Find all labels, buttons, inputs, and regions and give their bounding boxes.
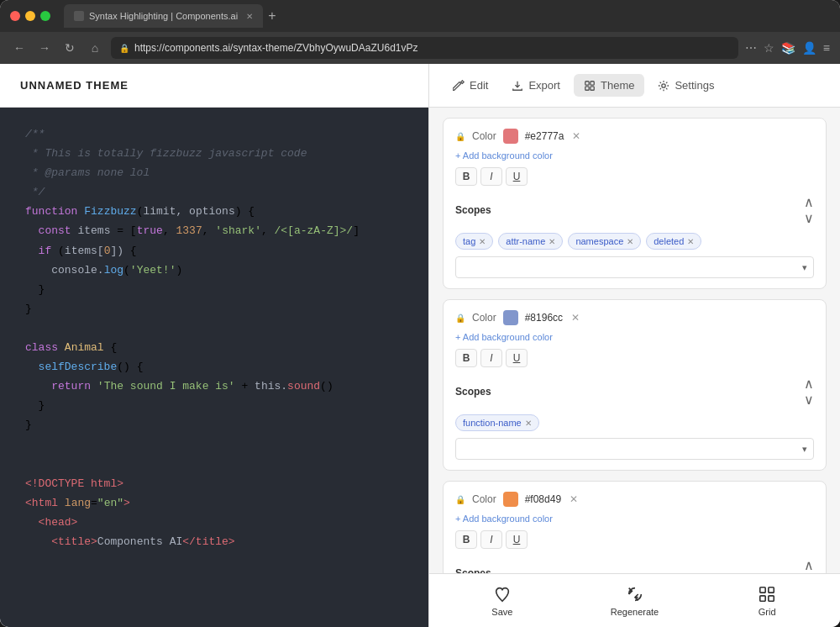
browser-toolbar-icons: ⋯ ☆ 📚 👤 ≡: [745, 41, 830, 55]
refresh-button[interactable]: ↻: [60, 41, 79, 55]
forward-button[interactable]: →: [35, 41, 54, 55]
svg-rect-8: [769, 595, 774, 600]
color-lock-icon-3: 🔒: [455, 495, 465, 504]
color-row-2: 🔒 Color #8196cc ✕: [455, 310, 814, 325]
edit-button[interactable]: Edit: [443, 74, 498, 97]
maximize-button[interactable]: [40, 11, 50, 21]
color-remove-1[interactable]: ✕: [572, 130, 580, 142]
scope-tag-remove[interactable]: ✕: [479, 237, 486, 246]
profile-icon[interactable]: 👤: [802, 41, 816, 55]
underline-button-2[interactable]: U: [506, 349, 528, 367]
svg-rect-2: [585, 86, 589, 89]
expand-icon-2[interactable]: ∧∨: [804, 376, 814, 408]
add-bg-color-3[interactable]: + Add background color: [455, 514, 814, 524]
color-row-3: 🔒 Color #f08d49 ✕: [455, 492, 814, 507]
italic-button-1[interactable]: I: [480, 167, 502, 186]
back-button[interactable]: ←: [10, 41, 29, 55]
color-swatch-3[interactable]: [503, 492, 518, 507]
color-remove-3[interactable]: ✕: [570, 493, 578, 505]
bottom-bar: Save Regenerate: [429, 573, 840, 627]
theme-label: Theme: [601, 79, 634, 92]
menu-icon[interactable]: ≡: [823, 41, 830, 55]
add-bg-color-1[interactable]: + Add background color: [455, 150, 814, 161]
add-bg-color-2[interactable]: + Add background color: [455, 332, 814, 342]
scope-attr-name-remove[interactable]: ✕: [549, 237, 555, 246]
scope-tag-tag: tag ✕: [455, 233, 493, 250]
scope-deleted-remove[interactable]: ✕: [687, 237, 694, 246]
scope-dropdown-wrap-2[interactable]: [455, 438, 814, 460]
scopes-header-2: Scopes ∧∨: [455, 376, 814, 408]
color-hex-3: #f08d49: [525, 493, 561, 505]
color-lock-icon-2: 🔒: [455, 314, 465, 323]
lock-icon: 🔒: [119, 44, 129, 53]
svg-rect-7: [760, 595, 765, 600]
edit-label: Edit: [470, 79, 488, 92]
close-button[interactable]: [10, 11, 20, 21]
italic-button-2[interactable]: I: [480, 349, 502, 367]
scopes-label-1: Scopes: [455, 204, 491, 216]
save-button[interactable]: Save: [436, 578, 569, 624]
color-label-2: Color: [472, 312, 496, 324]
underline-button-3[interactable]: U: [506, 530, 528, 549]
tab-close-button[interactable]: ✕: [246, 12, 253, 21]
extensions-icon[interactable]: ⋯: [745, 41, 757, 55]
format-row-3: B I U: [455, 530, 814, 549]
settings-button[interactable]: Settings: [648, 74, 724, 97]
scope-dropdown-1[interactable]: [455, 256, 814, 278]
save-label: Save: [491, 607, 512, 617]
browser-window: Syntax Highlighting | Components.ai ✕ + …: [0, 0, 840, 627]
settings-label: Settings: [675, 79, 714, 92]
bold-button-1[interactable]: B: [455, 167, 477, 186]
format-row-1: B I U: [455, 167, 814, 186]
color-label-3: Color: [472, 493, 496, 505]
underline-button-1[interactable]: U: [506, 167, 528, 186]
minimize-button[interactable]: [25, 11, 35, 21]
traffic-lights: [10, 11, 50, 21]
export-label: Export: [528, 79, 560, 92]
scopes-label-3: Scopes: [455, 567, 491, 573]
scope-namespace-remove[interactable]: ✕: [627, 237, 633, 246]
scope-tags-1: tag ✕ attr-name ✕ namespace ✕ deleted ✕: [455, 233, 814, 250]
panel-toolbar: Edit Export Theme Settings: [429, 64, 840, 108]
main-content: UNNAMED THEME /** * This is totally fizz…: [0, 64, 840, 627]
bold-button-3[interactable]: B: [455, 530, 477, 549]
grid-button[interactable]: Grid: [701, 578, 833, 624]
right-panel: Edit Export Theme Settings: [428, 64, 840, 627]
color-blocks-container: 🔒 Color #e2777a ✕ + Add background color…: [429, 108, 840, 573]
italic-button-3[interactable]: I: [480, 530, 502, 549]
expand-icon-1[interactable]: ∧∨: [804, 194, 814, 226]
scope-dropdown-2[interactable]: [455, 438, 814, 460]
scopes-label-2: Scopes: [455, 386, 491, 398]
svg-point-4: [662, 83, 665, 87]
color-swatch-1[interactable]: [503, 129, 518, 144]
color-block-1: 🔒 Color #e2777a ✕ + Add background color…: [443, 118, 827, 289]
regenerate-label: Regenerate: [611, 607, 659, 617]
expand-icon-3[interactable]: ∧∨: [804, 557, 814, 573]
browser-tab[interactable]: Syntax Highlighting | Components.ai ✕: [64, 4, 263, 28]
color-swatch-2[interactable]: [503, 310, 518, 325]
bold-button-2[interactable]: B: [455, 349, 477, 367]
export-button[interactable]: Export: [501, 74, 570, 97]
grid-label: Grid: [759, 607, 776, 617]
url-bar[interactable]: 🔒 https://components.ai/syntax-theme/ZVb…: [111, 37, 738, 59]
color-hex-1: #e2777a: [525, 130, 564, 142]
home-button[interactable]: ⌂: [86, 41, 104, 55]
theme-button[interactable]: Theme: [574, 74, 644, 97]
scope-function-name-remove[interactable]: ✕: [525, 419, 532, 428]
new-tab-button[interactable]: +: [268, 8, 276, 24]
format-row-2: B I U: [455, 349, 814, 367]
tab-title: Syntax Highlighting | Components.ai: [89, 11, 238, 21]
scope-dropdown-wrap-1[interactable]: [455, 256, 814, 278]
address-bar: ← → ↻ ⌂ 🔒 https://components.ai/syntax-t…: [0, 32, 840, 64]
scope-tag-function-name: function-name ✕: [455, 414, 539, 431]
color-block-2: 🔒 Color #8196cc ✕ + Add background color…: [443, 299, 827, 471]
tab-area: Syntax Highlighting | Components.ai ✕ +: [64, 4, 830, 28]
color-remove-2[interactable]: ✕: [571, 312, 580, 324]
collection-icon[interactable]: 📚: [781, 41, 795, 55]
theme-name: UNNAMED THEME: [20, 79, 129, 92]
bookmark-icon[interactable]: ☆: [764, 41, 774, 55]
regenerate-button[interactable]: Regenerate: [569, 578, 701, 624]
url-text: https://components.ai/syntax-theme/ZVbhy…: [134, 42, 417, 54]
svg-rect-0: [585, 81, 589, 84]
color-row-1: 🔒 Color #e2777a ✕: [455, 129, 814, 144]
